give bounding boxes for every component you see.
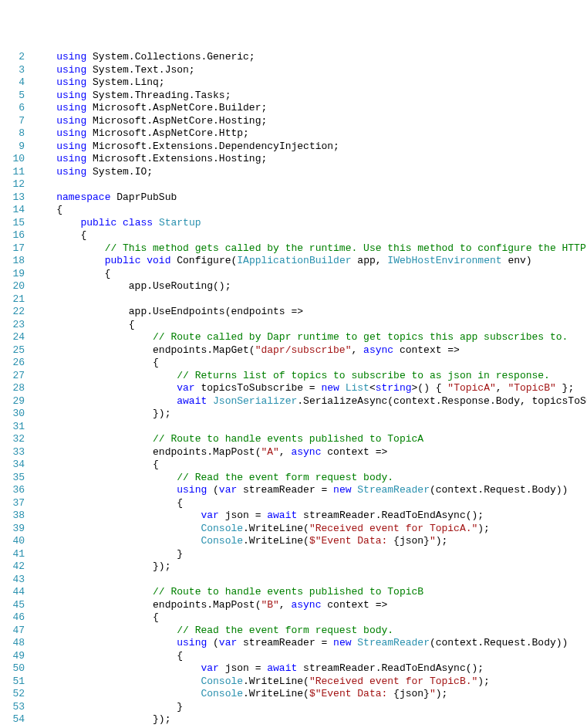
line-number: 10 <box>3 153 25 166</box>
line-number: 20 <box>3 280 25 293</box>
code-line[interactable]: using System.IO; <box>32 166 587 179</box>
line-number: 7 <box>3 115 25 128</box>
line-number: 38 <box>3 510 25 523</box>
line-number: 3 <box>3 64 25 77</box>
token: Microsoft.Extensions.DependencyInjection… <box>86 141 339 152</box>
code-line[interactable]: using System.Collections.Generic; <box>32 51 587 64</box>
code-line[interactable]: Console.WriteLine($"Event Data: {json}")… <box>32 688 587 701</box>
code-line[interactable]: { <box>32 204 587 217</box>
code-line[interactable]: // Route called by Dapr runtime to get t… <box>32 331 587 344</box>
token: context => <box>321 446 387 458</box>
code-line[interactable]: // Route to handle events published to T… <box>32 586 587 599</box>
code-line[interactable]: using (var streamReader = new StreamRead… <box>32 637 587 650</box>
code-line[interactable]: endpoints.MapPost("A", async context => <box>32 446 587 459</box>
code-line[interactable]: } <box>32 548 587 561</box>
token: " <box>430 688 436 699</box>
code-line[interactable]: { <box>32 229 587 242</box>
code-line[interactable]: using System.Linq; <box>32 76 587 90</box>
code-line[interactable] <box>32 293 587 306</box>
code-line[interactable]: endpoints.MapPost("B", async context => <box>32 599 587 612</box>
token: async <box>291 446 321 458</box>
line-number: 37 <box>3 497 25 510</box>
line-number: 22 <box>3 306 25 319</box>
line-number: 8 <box>3 127 25 141</box>
code-line[interactable]: Console.WriteLine("Received event for To… <box>32 676 587 689</box>
line-number: 51 <box>3 676 25 689</box>
code-line[interactable] <box>32 178 587 191</box>
line-number: 26 <box>3 357 25 370</box>
code-line[interactable]: using Microsoft.AspNetCore.Builder; <box>32 102 587 115</box>
token: public <box>105 255 141 266</box>
code-line[interactable]: app.UseRouting(); <box>32 280 587 293</box>
line-number: 23 <box>3 319 25 332</box>
code-line[interactable]: public void Configure(IApplicationBuilde… <box>32 255 587 268</box>
code-line[interactable]: Console.WriteLine($"Event Data: {json}")… <box>32 535 587 548</box>
token: Microsoft.AspNetCore.Hosting; <box>86 115 267 127</box>
token: , <box>279 599 292 611</box>
code-line[interactable]: using Microsoft.AspNetCore.Hosting; <box>32 115 587 128</box>
token: DaprPubSub <box>110 191 177 203</box>
token <box>32 76 56 88</box>
code-line[interactable]: using Microsoft.AspNetCore.Http; <box>32 127 587 141</box>
token: System.Text.Json; <box>86 64 194 76</box>
line-number: 28 <box>3 382 25 395</box>
code-line[interactable]: await JsonSerializer.SerializeAsync(cont… <box>32 395 587 408</box>
code-line[interactable]: public class Startup <box>32 217 587 230</box>
code-line[interactable]: { <box>32 650 587 663</box>
code-line[interactable]: { <box>32 459 587 472</box>
code-line[interactable]: Console.WriteLine("Received event for To… <box>32 523 587 536</box>
token <box>32 217 80 229</box>
code-line[interactable]: // This method gets called by the runtim… <box>32 242 587 256</box>
code-line[interactable]: app.UseEndpoints(endpoints => <box>32 306 587 319</box>
code-line[interactable]: using System.Threading.Tasks; <box>32 90 587 103</box>
code-line[interactable]: }); <box>32 713 587 726</box>
code-line[interactable]: { <box>32 268 587 281</box>
token <box>32 637 177 648</box>
token: var <box>201 662 218 674</box>
line-number: 52 <box>3 688 25 701</box>
token: .WriteLine( <box>243 523 309 534</box>
code-line[interactable]: using Microsoft.Extensions.DependencyInj… <box>32 141 587 154</box>
code-line[interactable]: // Read the event form request body. <box>32 625 587 638</box>
code-line[interactable]: endpoints.MapGet("dapr/subscribe", async… <box>32 344 587 357</box>
token: using <box>56 115 86 127</box>
token: topicsToSubscribe = <box>195 382 322 394</box>
code-line[interactable]: // Read the event form request body. <box>32 472 587 485</box>
token: await <box>177 395 207 407</box>
code-line[interactable]: { <box>32 357 587 370</box>
code-line[interactable] <box>32 574 587 587</box>
code-line[interactable]: var json = await streamReader.ReadToEndA… <box>32 662 587 676</box>
token: "TopicB" <box>508 382 555 394</box>
code-line[interactable] <box>32 421 587 434</box>
token: env) <box>502 255 532 266</box>
code-line[interactable]: var topicsToSubscribe = new List<string>… <box>32 382 587 395</box>
token: {json} <box>393 535 430 547</box>
code-line[interactable]: { <box>32 611 587 625</box>
token: ); <box>477 523 490 534</box>
code-line[interactable]: } <box>32 701 587 714</box>
token <box>32 102 56 113</box>
code-line[interactable]: namespace DaprPubSub <box>32 191 587 205</box>
code-line[interactable]: // Returns list of topics to subscribe t… <box>32 370 587 383</box>
token: class <box>123 217 153 229</box>
token: endpoints.MapPost( <box>32 599 261 611</box>
code-content[interactable]: using System.Collections.Generic; using … <box>32 51 587 728</box>
code-line[interactable]: using (var streamReader = new StreamRead… <box>32 484 587 497</box>
code-line[interactable]: using System.Text.Json; <box>32 64 587 77</box>
code-line[interactable]: { <box>32 319 587 332</box>
token <box>32 472 177 483</box>
code-line[interactable]: // Route to handle events published to T… <box>32 433 587 446</box>
code-line[interactable]: }); <box>32 408 587 421</box>
token: JsonSerializer <box>213 395 297 407</box>
code-editor[interactable]: 2345678910111213141516171819202122232425… <box>0 51 587 728</box>
line-number: 19 <box>3 268 25 281</box>
code-line[interactable]: var json = await streamReader.ReadToEndA… <box>32 510 587 523</box>
token: { <box>32 357 159 368</box>
code-line[interactable]: { <box>32 497 587 510</box>
code-line[interactable]: }); <box>32 560 587 574</box>
line-number: 13 <box>3 191 25 205</box>
token: using <box>177 637 207 648</box>
line-number: 43 <box>3 574 25 587</box>
token: }); <box>32 408 170 419</box>
code-line[interactable]: using Microsoft.Extensions.Hosting; <box>32 153 587 166</box>
